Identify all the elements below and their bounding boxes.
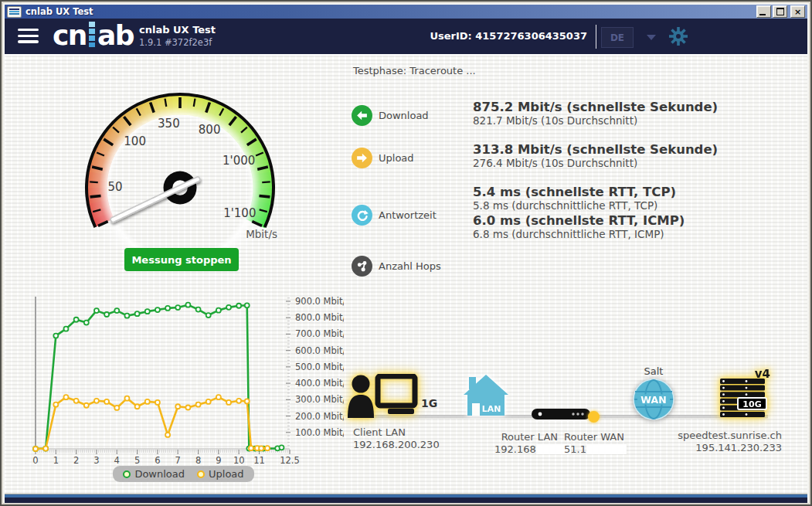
- data-point: [165, 433, 170, 437]
- data-point: [74, 318, 79, 322]
- data-point: [135, 311, 140, 316]
- y-tick-label: 200.0 Mbit/s: [295, 411, 344, 422]
- x-tick-label: 12.5: [280, 455, 300, 466]
- result-values-antwortzeit: 5.4 ms (schnellste RTT, TCP) 5.8 ms (dur…: [473, 185, 685, 241]
- rtt-icmp-average: 6.8 ms (durchschnittliche RTT, ICMP): [473, 228, 685, 242]
- speed-gauge: 501003508001'0001'100Mbit/s: [81, 87, 284, 247]
- data-point: [206, 399, 211, 404]
- data-point: [135, 404, 140, 409]
- window-titlebar[interactable]: cnlab UX Test ×: [5, 5, 807, 19]
- upload-secondary-value: 276.4 Mbit/s (10s Durchschnitt): [473, 157, 718, 171]
- legend-item-upload[interactable]: Upload: [197, 468, 244, 480]
- data-point: [53, 334, 58, 338]
- data-point: [104, 399, 109, 404]
- data-point: [94, 399, 99, 403]
- y-tick-label: 800.0 Mbit/s: [295, 312, 344, 323]
- data-point: [43, 447, 48, 451]
- chart-legend: DownloadUpload: [23, 466, 344, 482]
- router-lan-label: Router LAN 192.168: [494, 431, 558, 456]
- app-header: cnab cnlab UX Test 1.9.1 #372f2e3f UserI…: [5, 19, 807, 54]
- legend-pill[interactable]: DownloadUpload: [113, 466, 253, 482]
- server-port-badge: 10G: [742, 399, 761, 409]
- data-point: [236, 304, 241, 308]
- result-values-upload: 313.8 Mbit/s (schnellste Sekunde) 276.4 …: [473, 142, 718, 171]
- redaction-box: [586, 444, 627, 454]
- data-point: [94, 308, 99, 313]
- client-name: Client LAN: [353, 426, 440, 439]
- data-point: [145, 399, 150, 404]
- client-ip: 192.168.200.230: [353, 439, 440, 451]
- client-icon: [348, 374, 419, 418]
- x-tick-label: 7: [175, 455, 181, 466]
- menu-button[interactable]: [18, 29, 39, 44]
- gauge-scale-label: 350: [158, 117, 180, 131]
- data-point: [185, 303, 190, 307]
- stop-measurement-button[interactable]: Messung stoppen: [124, 248, 239, 271]
- y-tick-label: 400.0 Mbit/s: [295, 378, 344, 389]
- link-speed-label: 1G: [421, 397, 437, 409]
- chevron-down-icon[interactable]: [647, 35, 656, 40]
- gauge-scale-label: 1'000: [223, 154, 255, 168]
- close-button[interactable]: ×: [790, 5, 805, 18]
- client-node-label: Client LAN 192.168.200.230: [353, 426, 440, 451]
- legend-marker: [123, 470, 131, 478]
- svg-text:LAN: LAN: [482, 404, 501, 414]
- data-point: [175, 404, 180, 409]
- data-point: [145, 309, 150, 314]
- y-tick-label: 500.0 Mbit/s: [295, 362, 344, 372]
- language-select[interactable]: DE: [601, 27, 634, 48]
- app-version: 1.9.1 #372f2e3f: [139, 37, 212, 48]
- maximize-button[interactable]: [773, 5, 787, 18]
- data-point: [74, 399, 79, 403]
- legend-marker: [197, 470, 205, 478]
- data-point: [226, 400, 231, 405]
- gauge-scale-label: 100: [124, 134, 146, 148]
- data-point: [53, 402, 58, 407]
- series-line-upload: [36, 397, 267, 449]
- data-point: [155, 400, 160, 405]
- data-point: [114, 406, 119, 410]
- data-point: [165, 306, 170, 311]
- data-point: [245, 303, 250, 307]
- y-tick-label: 100.0 Mbit/s: [295, 427, 344, 438]
- svg-text:WAN: WAN: [640, 394, 666, 406]
- data-point: [124, 396, 129, 401]
- gauge-scale-label: 1'100: [223, 206, 256, 220]
- data-point: [279, 445, 284, 450]
- router-lan-ip: 192.168: [494, 443, 536, 455]
- wan-globe-icon: WAN: [632, 378, 675, 421]
- result-label-hops: Anzahl Hops: [379, 260, 441, 272]
- settings-gear-icon[interactable]: [668, 25, 689, 47]
- data-point: [84, 321, 89, 325]
- router-wan-label: Router WAN 51.1: [564, 431, 627, 456]
- response-time-icon: [352, 205, 372, 226]
- gauge-scale-label: 800: [199, 123, 221, 137]
- data-point: [196, 402, 201, 407]
- header-divider: [596, 25, 596, 49]
- x-tick-label: 8: [195, 455, 201, 466]
- x-tick-label: 1: [53, 455, 59, 466]
- x-tick-label: 2: [73, 455, 79, 466]
- wan-link-dot: [588, 411, 600, 423]
- rtt-tcp-average: 5.8 ms (durchschnittliche RTT, TCP): [473, 199, 685, 213]
- legend-item-download[interactable]: Download: [123, 468, 185, 480]
- result-label-antwortzeit: Antwortzeit: [379, 209, 437, 221]
- throughput-chart: 0123456789101112.5100.0 Mbit/s200.0 Mbit…: [23, 290, 344, 476]
- x-tick-label: 10: [233, 455, 245, 466]
- hamburger-icon: [18, 29, 39, 31]
- provider-label: Salt: [632, 365, 675, 377]
- data-point: [216, 308, 221, 313]
- data-point: [206, 313, 211, 318]
- data-point: [226, 305, 231, 310]
- window-title: cnlab UX Test: [25, 6, 93, 17]
- data-point: [84, 403, 89, 408]
- x-tick-label: 3: [93, 455, 99, 466]
- upload-primary-value: 313.8 Mbit/s (schnellste Sekunde): [473, 142, 718, 157]
- x-tick-label: 6: [155, 455, 160, 466]
- app-icon: [7, 6, 22, 18]
- data-point: [259, 446, 263, 450]
- maximize-icon: [776, 8, 784, 15]
- minimize-button[interactable]: [756, 5, 771, 18]
- testphase-status: Testphase: Traceroute ...: [353, 65, 476, 76]
- x-tick-label: 11: [253, 455, 265, 466]
